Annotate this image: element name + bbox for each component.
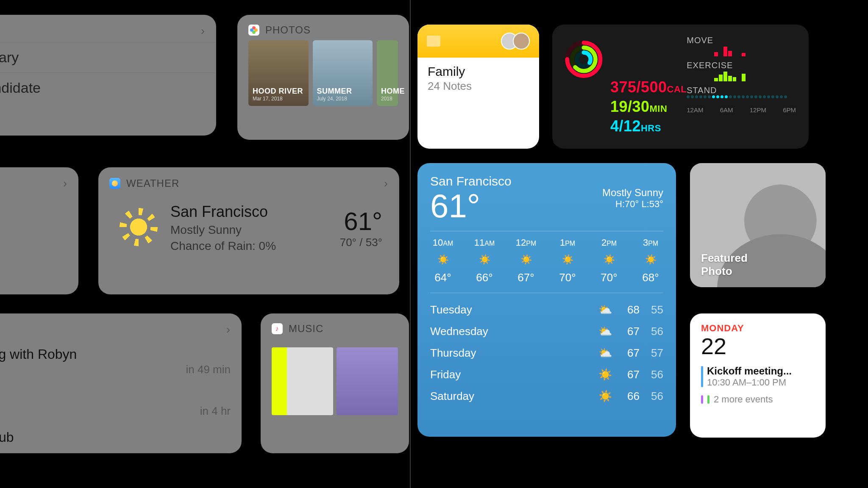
divider: [410, 0, 411, 488]
weather-rain: Chance of Rain: 0%: [170, 239, 276, 253]
weather-temp: 61°: [340, 207, 382, 236]
move-label: MOVE: [687, 36, 796, 45]
weather-condition: Mostly Sunny H:70° L:53°: [602, 187, 663, 210]
calendar-event[interactable]: Kickoff meeting with Robyn in 49 min: [0, 341, 242, 382]
calendar-event[interactable]: Kickoff meeting... 10:30 AM–1:00 PM: [701, 365, 815, 388]
photos-title: PHOTOS: [265, 24, 311, 36]
weather-hilo: 70° / 53°: [340, 236, 382, 249]
music-title: MUSIC: [289, 323, 323, 335]
daily-forecast: Tuesday⛅6855 Wednesday⛅6756 Thursday⛅675…: [430, 299, 663, 407]
calendar-event[interactable]: Girls coding club: [0, 424, 242, 451]
featured-caption: Featured Photo: [701, 252, 748, 278]
reminders-widget[interactable]: › ff books at library ew design candidat…: [0, 15, 216, 136]
reminder-item[interactable]: ff books at library: [0, 42, 216, 72]
fitness-widget[interactable]: 375/500CAL 19/30MIN 4/12HRS MOVE EXERCIS…: [552, 25, 809, 149]
weather-icon: [109, 178, 120, 189]
music-icon: ♪: [272, 323, 283, 334]
aqi-header: ›: [0, 167, 78, 194]
weather-header: WEATHER ›: [98, 167, 399, 194]
stand-dots: [687, 95, 796, 101]
featured-photo: Featured Photo: [690, 163, 826, 287]
calendar-header: NDAR ›: [0, 313, 242, 341]
aqi-widget[interactable]: › oderate: [0, 167, 78, 294]
sun-icon: [124, 212, 153, 242]
calendar-date: 22: [701, 335, 815, 358]
reminders-header: ›: [0, 15, 216, 42]
calendar-event[interactable]: Bike tune-up in 4 hr: [0, 382, 242, 424]
weather-city: San Francisco: [430, 174, 512, 189]
calendar-widget-legacy[interactable]: NDAR › Kickoff meeting with Robyn in 49 …: [0, 313, 242, 453]
weather-widget[interactable]: San Francisco 61° Mostly Sunny H:70° L:5…: [417, 163, 676, 437]
notes-widget[interactable]: Family 24 Notes: [417, 25, 539, 149]
notes-title: Family: [428, 64, 529, 79]
featured-photo-widget[interactable]: Featured Photo: [690, 163, 826, 287]
exercise-bars: [687, 70, 796, 81]
exercise-stat: 19/30MIN: [610, 98, 687, 116]
chevron-right-icon: ›: [63, 177, 67, 190]
music-widget-legacy[interactable]: ♪ MUSIC: [261, 313, 409, 453]
weather-widget-legacy[interactable]: WEATHER › San Francisco Mostly Sunny Cha…: [98, 167, 399, 294]
calendar-widget[interactable]: MONDAY 22 Kickoff meeting... 10:30 AM–1:…: [690, 313, 826, 438]
notes-bar: [417, 25, 539, 58]
stand-label: STAND: [687, 86, 796, 95]
calendar-dow: MONDAY: [701, 323, 815, 334]
avatars: [506, 33, 530, 50]
hourly-forecast: 10AM☀️64° 11AM☀️66° 12PM☀️67° 1PM☀️70° 2…: [430, 237, 663, 284]
chevron-right-icon: ›: [384, 177, 388, 190]
color-dot: [707, 395, 709, 404]
folder-icon: [427, 36, 440, 47]
move-stat: 375/500CAL: [610, 78, 687, 96]
color-dot: [701, 395, 703, 404]
music-header: ♪ MUSIC: [261, 313, 409, 339]
activity-rings-icon: [565, 38, 603, 80]
album-art[interactable]: [272, 347, 333, 415]
exercise-label: EXERCISE: [687, 61, 796, 70]
photos-header: PHOTOS: [237, 15, 409, 40]
time-axis: 12AM 6AM 12PM 6PM: [687, 106, 796, 114]
chevron-right-icon: ›: [226, 323, 231, 336]
chevron-right-icon: ›: [201, 24, 205, 38]
notes-count: 24 Notes: [428, 80, 529, 93]
weather-city: San Francisco: [170, 203, 276, 221]
calendar-more[interactable]: 2 more events: [701, 394, 815, 405]
weather-condition: Mostly Sunny: [170, 223, 276, 237]
weather-title: WEATHER: [126, 177, 179, 189]
move-bars: [687, 45, 796, 56]
photo-album[interactable]: HOME 2018: [377, 40, 398, 106]
photo-album[interactable]: SUMMER July 24, 2018: [313, 40, 373, 106]
photos-widget[interactable]: PHOTOS HOOD RIVER Mar 17, 2018 SUMMER Ju…: [237, 15, 409, 140]
album-art[interactable]: [337, 347, 398, 415]
weather-temp: 61°: [430, 189, 512, 222]
photos-icon: [248, 25, 259, 36]
photo-album[interactable]: HOOD RIVER Mar 17, 2018: [248, 40, 309, 106]
stand-stat: 4/12HRS: [610, 117, 687, 135]
aqi-text: oderate: [0, 194, 78, 234]
reminder-item[interactable]: ew design candidate: [0, 72, 216, 103]
